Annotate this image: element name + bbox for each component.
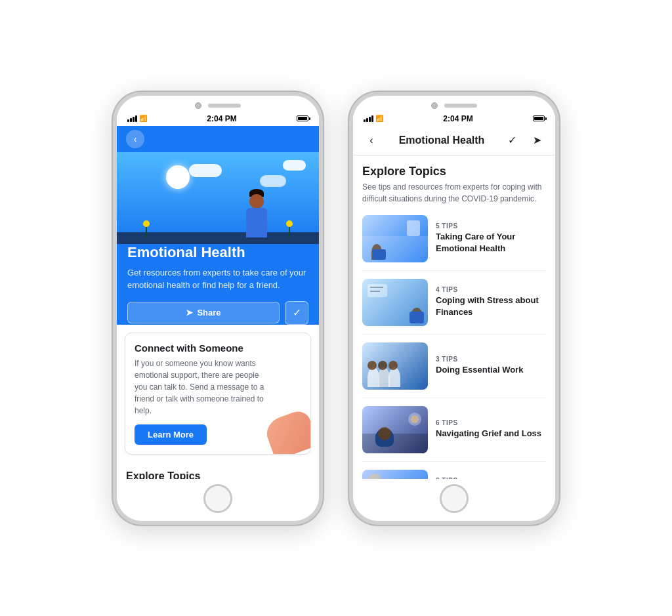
topic-thumbnail-0 [362,215,428,262]
phone1-camera [195,102,201,109]
phone2-nav: ‹ Emotional Health ✓ ➤ [353,126,555,155]
phone2-speaker [444,104,477,108]
phone1-signal-area: 📶 [127,115,147,122]
phone2-explore-heading: Explore Topics [362,165,546,178]
phone2-battery-area [533,115,545,121]
topic-tips-0: 5 TIPS [436,222,546,230]
flower-stem-right [289,227,290,237]
phone1-screen: 📶 2:04 PM ‹ [117,112,319,479]
hero-illustration [117,152,319,244]
figure-body [246,208,267,237]
share-button[interactable]: ➤ Share [127,302,280,323]
phone1-explore-section: Explore Topics [117,462,319,479]
topic-title-0: Taking Care of Your Emotional Health [436,231,546,254]
phone1-top [117,96,319,112]
bookmark-icon: ✓ [293,306,301,319]
topic-card-0[interactable]: 5 TIPS Taking Care of Your Emotional Hea… [362,215,546,271]
bookmark-button[interactable]: ✓ [285,301,308,325]
share-icon: ➤ [186,308,193,318]
phone2-battery-fill [534,117,543,120]
connect-title: Connect with Someone [135,342,301,354]
topic-info-3: 6 TIPS Navigating Grief and Loss [436,419,546,440]
flower-left [143,220,150,237]
signal-icon [127,115,137,122]
flower-stem-left [146,227,147,237]
phone2-status-bar: 📶 2:04 PM [353,112,555,126]
topic-card-1[interactable]: 4 TIPS Coping with Stress about Finances [362,279,546,335]
hands-illustration [258,401,310,454]
phone2-bottom [353,479,555,521]
phone1-bottom [117,479,319,521]
phone1-speaker [208,104,241,108]
phone1-hero-section: ‹ [117,126,319,325]
battery-fill [298,117,307,120]
hero-figure [234,185,280,244]
topic-card-4[interactable]: 8 TIPS Caring for Yourself as a Parent [362,470,546,479]
phone1-battery-area [297,115,308,121]
phone2-share-button[interactable]: ➤ [528,131,546,150]
phone1-content[interactable]: ‹ [117,126,319,479]
phone2-signal-icon [364,115,373,122]
phone2-top [353,96,555,112]
cloud-1 [189,164,222,177]
phone2-signal-area: 📶 [364,115,383,122]
topic-thumbnail-1 [362,279,428,326]
phone1-hero-content: Emotional Health Get resources from expe… [117,244,319,325]
hand-shape [262,407,311,454]
cloud-2 [283,160,306,171]
phone2-wifi-icon: 📶 [375,115,383,122]
battery-icon [297,115,308,121]
phone2-nav-icons: ✓ ➤ [503,131,546,150]
phone1-back-button[interactable]: ‹ [126,130,144,148]
topic-tips-2: 3 TIPS [436,356,546,363]
phone2-screen: 📶 2:04 PM ‹ Emotional Health ✓ ➤ [353,112,555,479]
phone2-nav-title: Emotional Health [381,134,503,146]
figure-head [249,194,264,209]
connect-card: Connect with Someone If you or someone y… [125,333,311,455]
topic-tips-3: 6 TIPS [436,419,546,426]
phone1-explore-title: Explore Topics [126,470,310,479]
phone1-actions: ➤ Share ✓ [127,301,308,325]
phone1-status-bar: 📶 2:04 PM [117,112,319,126]
flower-right [286,220,293,237]
topic-info-1: 4 TIPS Coping with Stress about Finances [436,286,546,318]
topic-list: 5 TIPS Taking Care of Your Emotional Hea… [362,215,546,479]
phone2-explore-subtitle: See tips and resources from experts for … [362,181,546,205]
phone1-time: 2:04 PM [207,114,236,123]
topic-title-2: Doing Essential Work [436,364,546,376]
topic-title-1: Coping with Stress about Finances [436,295,546,318]
phone2-camera [431,102,438,109]
phone1: 📶 2:04 PM ‹ [113,92,323,525]
flower-head-right [286,220,293,227]
phone2-battery-icon [533,115,545,121]
phone1-nav: ‹ [117,126,319,152]
topic-info-0: 5 TIPS Taking Care of Your Emotional Hea… [436,222,546,254]
wifi-icon: 📶 [139,115,147,122]
phone2-content[interactable]: Explore Topics See tips and resources fr… [353,155,555,479]
phone2-bookmark-button[interactable]: ✓ [503,131,521,150]
topic-thumbnail-2 [362,342,428,390]
phone2: 📶 2:04 PM ‹ Emotional Health ✓ ➤ [349,92,559,525]
topic-card-2[interactable]: 3 TIPS Doing Essential Work [362,342,546,398]
connect-description: If you or someone you know wants emotion… [135,358,266,417]
topic-thumbnail-4 [362,470,428,479]
topic-card-3[interactable]: 6 TIPS Navigating Grief and Loss [362,406,546,462]
phone1-title: Emotional Health [127,244,308,261]
topic-title-3: Navigating Grief and Loss [436,428,546,440]
phone2-back-button[interactable]: ‹ [362,131,381,150]
topic-info-2: 3 TIPS Doing Essential Work [436,356,546,376]
phone1-description: Get resources from experts to take care … [127,266,308,292]
sun-illustration [166,165,190,189]
phone2-home-button[interactable] [440,484,469,513]
flower-head-left [143,220,150,227]
phone2-time: 2:04 PM [443,114,472,123]
scene: 📶 2:04 PM ‹ [87,66,585,551]
phone1-home-button[interactable] [203,484,232,513]
learn-more-button[interactable]: Learn More [135,424,207,445]
topic-tips-1: 4 TIPS [436,286,546,293]
topic-thumbnail-3 [362,406,428,453]
